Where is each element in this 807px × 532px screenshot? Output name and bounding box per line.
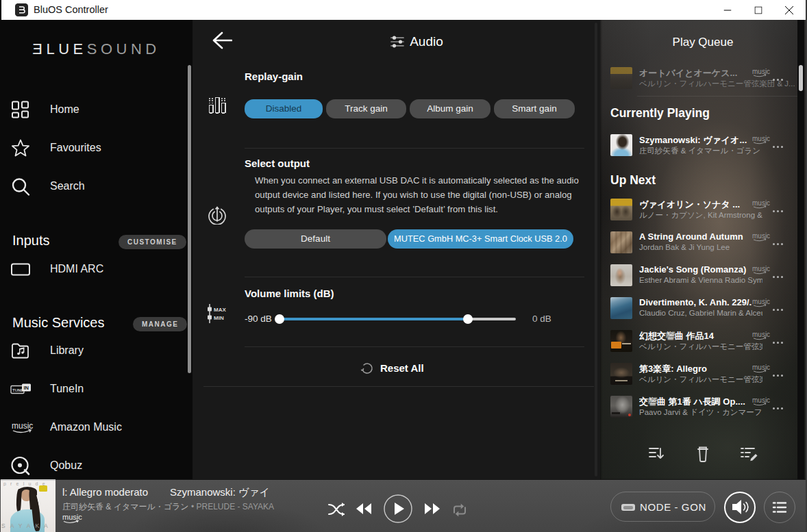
svg-text:music: music: [752, 135, 770, 142]
svg-text:music: music: [62, 513, 82, 521]
svg-text:music: music: [752, 298, 770, 305]
svg-text:music: music: [12, 421, 33, 431]
svg-text:music: music: [752, 232, 770, 240]
svg-text:MIN: MIN: [214, 315, 224, 321]
svg-text:MAX: MAX: [214, 307, 226, 313]
svg-text:music: music: [752, 199, 770, 207]
svg-text:music: music: [752, 68, 770, 75]
svg-text:music: music: [752, 265, 770, 273]
svg-text:music: music: [752, 396, 770, 404]
svg-text:music: music: [752, 331, 770, 338]
svg-text:TUNE: TUNE: [12, 388, 23, 392]
svg-text:music: music: [752, 364, 770, 371]
svg-text:IN: IN: [24, 385, 29, 391]
